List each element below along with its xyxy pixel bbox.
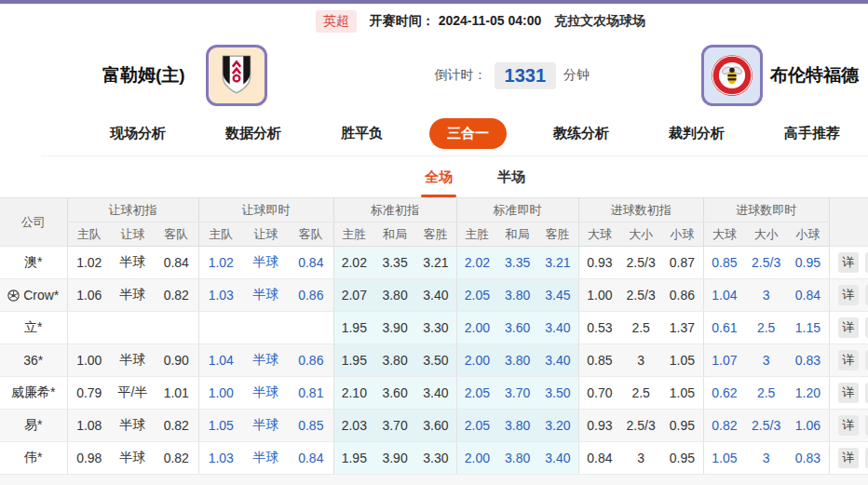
nav-tab-win-draw-loss[interactable]: 胜平负 [328, 119, 396, 148]
nav-tab-live-analysis[interactable]: 现场分析 [97, 119, 179, 148]
countdown: 倒计时： 1331 分钟 [435, 62, 590, 89]
detail-button[interactable]: 详 [838, 448, 859, 468]
table-row: 36*1.00半球0.901.04半球0.861.953.803.502.003… [0, 344, 868, 377]
match-header: 英超 开赛时间： 2024-11-05 04:00 克拉文农场球场 [47, 4, 868, 39]
company-name: 澳* [24, 254, 42, 271]
detail-cell: 详 [829, 344, 868, 377]
subtab-half-match[interactable]: 半场 [494, 159, 529, 195]
std_initial-value: 2.07 [333, 279, 374, 312]
goals_initial-value: 1.05 [661, 344, 703, 377]
goals_initial-value: 3 [620, 344, 661, 377]
group-header-goals_live: 进球数即时 [703, 198, 829, 222]
clipped-button[interactable] [865, 317, 868, 338]
handicap_initial-value: 0.98 [67, 442, 111, 475]
company-cell: 36* [0, 344, 67, 377]
subcolumn-header: 大球 [578, 222, 620, 247]
kickoff-label: 开赛时间： [370, 13, 435, 28]
std_initial-value: 3.35 [374, 247, 415, 279]
venue-name: 克拉文农场球场 [554, 13, 645, 30]
detail-button[interactable]: 详 [838, 317, 859, 338]
std_initial-value: 3.70 [374, 410, 415, 442]
clipped-button[interactable] [865, 350, 868, 370]
subcolumn-header: 和局 [374, 222, 415, 247]
nav-tab-expert-recommend[interactable]: 高手推荐 [771, 119, 853, 148]
handicap_initial-value: 半球 [111, 279, 155, 312]
goals_initial-value: 0.95 [661, 410, 703, 442]
std_live-value: 3.40 [537, 344, 578, 377]
odds-table-head: 公司让球初指让球即时标准初指标准即时进球数初指进球数即时主队让球客队主队让球客队… [0, 198, 868, 247]
home-team: 富勒姆(主) [102, 45, 267, 106]
std_initial-value: 3.21 [415, 247, 456, 279]
detail-cell: 详 [829, 247, 868, 279]
nav-tab-referee-analysis[interactable]: 裁判分析 [656, 119, 738, 148]
std_initial-value: 3.60 [374, 377, 415, 410]
std_live-value: 2.05 [456, 410, 497, 442]
handicap_initial-value: 1.00 [67, 344, 111, 377]
handicap_initial-value: 0.90 [155, 344, 198, 377]
league-badge[interactable]: 英超 [316, 10, 357, 33]
goals_live-value: 1.06 [787, 410, 829, 442]
group-header-handicap_live: 让球即时 [198, 198, 333, 222]
nav-tab-data-analysis[interactable]: 数据分析 [212, 119, 294, 148]
clipped-button[interactable] [865, 448, 868, 468]
subtabs: 全场半场 [41, 156, 868, 197]
goals_initial-value: 2.5/3 [620, 410, 661, 442]
subcolumn-header: 客胜 [537, 222, 578, 247]
std_live-value: 3.50 [537, 377, 578, 410]
handicap_initial-value: 1.02 [67, 247, 111, 279]
away-team-logo [701, 45, 763, 106]
std_live-value: 2.00 [456, 312, 497, 344]
goals_live-value: 0.62 [703, 377, 745, 410]
clipped-button[interactable] [865, 285, 868, 305]
clipped-button[interactable] [865, 415, 868, 436]
handicap_live-value: 0.86 [289, 279, 333, 312]
away-team: 布伦特福德 [701, 45, 859, 106]
subcolumn-header: 小球 [787, 222, 829, 247]
std_initial-value: 1.95 [333, 344, 374, 377]
table-row: 伟*0.98半球0.821.03半球0.841.953.903.302.003.… [0, 442, 868, 475]
detail-button[interactable]: 详 [838, 415, 859, 436]
subcolumn-header: 客胜 [415, 222, 456, 247]
goals_live-value: 1.04 [703, 279, 745, 312]
std_initial-value: 1.95 [333, 442, 374, 475]
std_initial-value: 3.80 [374, 279, 415, 312]
goals_live-value: 0.61 [703, 312, 745, 344]
goals_initial-value: 2.5 [620, 377, 661, 410]
company-name: 易* [24, 417, 42, 434]
std_initial-value: 3.80 [374, 344, 415, 377]
handicap_live-value: 1.03 [198, 442, 243, 475]
nav-tab-coach-analysis[interactable]: 教练分析 [540, 119, 622, 148]
handicap_initial-value: 半球 [111, 247, 155, 279]
group-header-goals_initial: 进球数初指 [578, 198, 703, 222]
clipped-button[interactable] [865, 252, 868, 273]
handicap_live-value: 半球 [243, 410, 289, 442]
goals_initial-value: 2.5/3 [620, 279, 661, 312]
std_live-value: 3.20 [537, 410, 578, 442]
detail-cell: 详 [829, 312, 868, 344]
nav-tab-three-in-one[interactable]: 三合一 [429, 118, 507, 149]
std_live-value: 3.80 [497, 344, 537, 377]
goals_live-value: 2.5 [745, 377, 787, 410]
soccer-ball-icon [7, 290, 20, 302]
company-name: 立* [24, 319, 42, 336]
goals_live-value: 3 [745, 442, 787, 475]
company-name: 威廉希* [11, 384, 55, 401]
clipped-button[interactable] [865, 383, 868, 403]
handicap_live-value: 1.00 [198, 377, 243, 410]
detail-button[interactable]: 详 [838, 252, 859, 273]
kickoff-time: 开赛时间： 2024-11-05 04:00 [370, 13, 541, 30]
handicap_initial-value: 半球 [111, 410, 155, 442]
subtab-full-match[interactable]: 全场 [421, 159, 456, 195]
teams-row: 富勒姆(主) 倒计时： 1331 分钟 [0, 39, 868, 112]
fulham-crest-icon [213, 52, 260, 99]
handicap_live-value: 半球 [243, 247, 289, 279]
detail-button[interactable]: 详 [838, 350, 859, 370]
company-cell: 立* [0, 312, 67, 344]
subcolumn-header: 客队 [289, 222, 333, 247]
std_live-value: 3.80 [497, 279, 537, 312]
detail-button[interactable]: 详 [838, 383, 859, 403]
detail-button[interactable]: 详 [838, 285, 859, 305]
handicap_live-value: 1.03 [198, 279, 243, 312]
handicap_initial-value: 1.08 [67, 410, 111, 442]
table-row: 立*1.953.903.302.003.603.400.532.51.370.6… [0, 312, 868, 344]
